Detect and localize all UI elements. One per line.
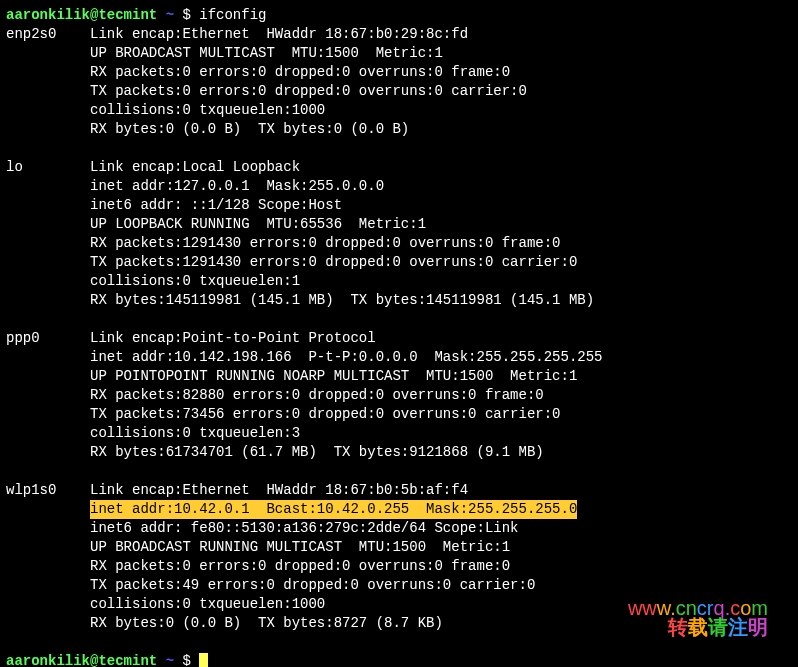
output-line: UP LOOPBACK RUNNING MTU:65536 Metric:1 [6,215,792,234]
output-line: RX packets:1291430 errors:0 dropped:0 ov… [6,234,792,253]
output-line: RX packets:0 errors:0 dropped:0 overruns… [6,557,792,576]
user-host: aaronkilik@tecmint [6,653,157,667]
output-line: inet addr:10.42.0.1 Bcast:10.42.0.255 Ma… [6,500,792,519]
output-line: collisions:0 txqueuelen:1000 [6,101,792,120]
output-line: UP BROADCAST MULTICAST MTU:1500 Metric:1 [6,44,792,63]
output-line: RX packets:82880 errors:0 dropped:0 over… [6,386,792,405]
prompt-line[interactable]: aaronkilik@tecmint ~ $ [6,652,792,667]
output-line: inet addr:127.0.0.1 Mask:255.0.0.0 [6,177,792,196]
output-line: RX bytes:0 (0.0 B) TX bytes:0 (0.0 B) [6,120,792,139]
output-line: RX bytes:61734701 (61.7 MB) TX bytes:912… [6,443,792,462]
output-line: collisions:0 txqueuelen:1 [6,272,792,291]
output-line: RX bytes:0 (0.0 B) TX bytes:8727 (8.7 KB… [6,614,792,633]
prompt-symbol: $ [182,653,190,667]
output-line: inet addr:10.142.198.166 P-t-P:0.0.0.0 M… [6,348,792,367]
output-line: lo Link encap:Local Loopback [6,158,792,177]
output-line: RX bytes:145119981 (145.1 MB) TX bytes:1… [6,291,792,310]
output-line: TX packets:0 errors:0 dropped:0 overruns… [6,82,792,101]
cwd-tilde: ~ [166,7,174,23]
output-line: wlp1s0 Link encap:Ethernet HWaddr 18:67:… [6,481,792,500]
output-line: TX packets:49 errors:0 dropped:0 overrun… [6,576,792,595]
blank-line [6,462,792,481]
prompt-line[interactable]: aaronkilik@tecmint ~ $ ifconfig [6,6,792,25]
highlighted-line: inet addr:10.42.0.1 Bcast:10.42.0.255 Ma… [90,500,577,519]
output-line: inet6 addr: ::1/128 Scope:Host [6,196,792,215]
cursor [199,653,208,667]
command-text: ifconfig [199,7,266,23]
output-line: UP BROADCAST RUNNING MULTICAST MTU:1500 … [6,538,792,557]
cwd-tilde: ~ [166,653,174,667]
blank-line [6,310,792,329]
output-line: TX packets:1291430 errors:0 dropped:0 ov… [6,253,792,272]
output-line: inet6 addr: fe80::5130:a136:279c:2dde/64… [6,519,792,538]
blank-line [6,139,792,158]
prompt-symbol: $ [182,7,190,23]
output-line: RX packets:0 errors:0 dropped:0 overruns… [6,63,792,82]
blank-line [6,633,792,652]
terminal-output[interactable]: aaronkilik@tecmint ~ $ ifconfigenp2s0 Li… [6,6,792,667]
output-line: TX packets:73456 errors:0 dropped:0 over… [6,405,792,424]
output-line: collisions:0 txqueuelen:3 [6,424,792,443]
output-line: ppp0 Link encap:Point-to-Point Protocol [6,329,792,348]
output-line: UP POINTOPOINT RUNNING NOARP MULTICAST M… [6,367,792,386]
output-line: collisions:0 txqueuelen:1000 [6,595,792,614]
output-line: enp2s0 Link encap:Ethernet HWaddr 18:67:… [6,25,792,44]
user-host: aaronkilik@tecmint [6,7,157,23]
